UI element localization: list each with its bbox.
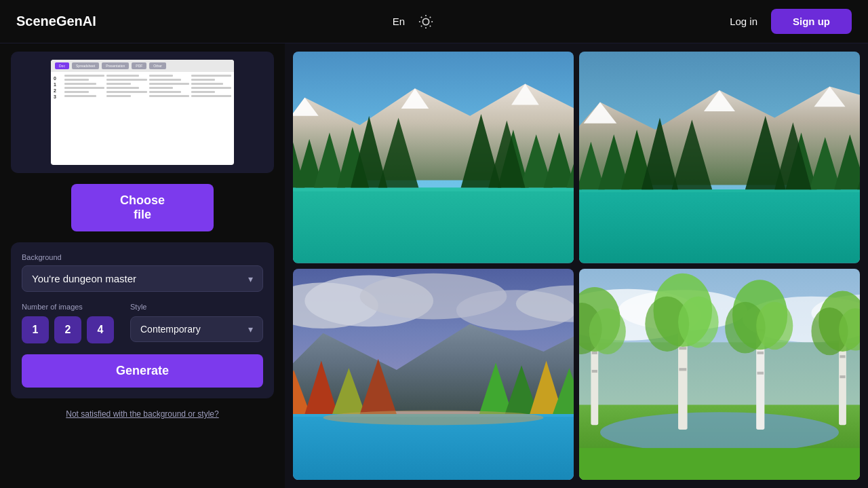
doc-tab-2: Spreadsheet [72, 62, 99, 69]
svg-rect-14 [293, 187, 574, 263]
doc-col-2 [106, 75, 146, 162]
feedback-link[interactable]: Not satisfied with the background or sty… [66, 409, 218, 419]
chevron-down-icon: ▾ [248, 324, 253, 335]
doc-row-numbers: 0 1 2 3 [54, 75, 62, 162]
doc-line [64, 75, 104, 77]
image-grid [285, 43, 868, 488]
generated-image-1 [293, 52, 574, 263]
generated-image-4 [579, 269, 860, 481]
background-label: Background [22, 253, 263, 261]
row-num-3: 3 [54, 94, 62, 99]
doc-tab-3: Presentation [102, 62, 129, 69]
header-right: Log in Sign up [730, 9, 852, 34]
choose-file-button[interactable]: Choose file [71, 184, 214, 231]
svg-line-8 [430, 16, 431, 17]
style-selected-value: Contemporary [140, 324, 201, 335]
doc-line [64, 95, 96, 97]
settings-panel: Background You're dungeon master ▾ Numbe… [11, 242, 274, 398]
style-group: Style Contemporary ▾ [130, 303, 263, 342]
svg-rect-15 [293, 187, 574, 191]
doc-line [191, 95, 231, 97]
svg-point-75 [600, 412, 839, 453]
svg-point-82 [589, 308, 626, 354]
doc-tab-1: Doc [55, 62, 69, 69]
doc-line [149, 91, 181, 93]
doc-line [149, 83, 189, 85]
svg-rect-85 [679, 347, 686, 350]
doc-columns [64, 75, 231, 162]
style-select[interactable]: Contemporary ▾ [130, 316, 263, 342]
generated-image-3 [293, 269, 574, 481]
doc-col-3 [149, 75, 189, 162]
doc-col-4 [191, 75, 231, 162]
doc-col-1 [64, 75, 104, 162]
num-btn-1[interactable]: 1 [22, 316, 49, 343]
controls-row: Number of images 1 2 4 Style Contemporar… [22, 303, 263, 343]
background-select[interactable]: You're dungeon master ▾ [22, 265, 263, 292]
doc-line [106, 83, 131, 85]
style-label: Style [130, 303, 263, 311]
document-preview: Doc Spreadsheet Presentation PDF Other 0… [11, 52, 274, 173]
generated-image-2 [579, 52, 860, 263]
language-button[interactable]: En [393, 16, 405, 27]
doc-line [64, 83, 96, 85]
row-num-2: 2 [54, 88, 62, 93]
header-center: En [393, 14, 433, 29]
doc-line [106, 75, 138, 77]
doc-line [149, 87, 174, 89]
doc-line [106, 87, 138, 89]
doc-body: 0 1 2 3 [51, 72, 234, 165]
row-num-1: 1 [54, 82, 62, 87]
theme-toggle-icon[interactable] [418, 14, 433, 29]
num-btn-2[interactable]: 2 [54, 316, 81, 343]
svg-rect-86 [679, 368, 686, 371]
svg-point-66 [323, 410, 543, 425]
svg-rect-99 [840, 355, 845, 358]
doc-line [191, 91, 216, 93]
svg-point-96 [756, 301, 793, 349]
doc-line [191, 87, 231, 89]
doc-line [106, 79, 146, 81]
svg-rect-78 [592, 351, 597, 354]
doc-tab-5: Other [149, 62, 166, 69]
svg-rect-34 [579, 189, 860, 192]
svg-rect-104 [579, 448, 860, 480]
svg-rect-92 [757, 351, 764, 354]
doc-line [106, 95, 131, 97]
svg-rect-33 [579, 189, 860, 263]
svg-rect-93 [757, 371, 764, 374]
signup-button[interactable]: Sign up [771, 9, 852, 34]
doc-line [191, 79, 216, 81]
doc-line [149, 95, 189, 97]
header: SceneGenAI En Log in Sign up [0, 0, 868, 43]
svg-line-7 [421, 25, 422, 26]
doc-line [191, 75, 231, 77]
chevron-down-icon: ▾ [248, 274, 253, 284]
logo: SceneGenAI [16, 14, 96, 29]
main-layout: Doc Spreadsheet Presentation PDF Other 0… [0, 43, 868, 488]
background-field: Background You're dungeon master ▾ [22, 253, 263, 292]
svg-point-89 [678, 296, 719, 348]
num-btn-4[interactable]: 4 [87, 316, 114, 343]
doc-line [149, 79, 181, 81]
doc-line [106, 91, 146, 93]
num-images-group: Number of images 1 2 4 [22, 303, 114, 343]
doc-tabs-row: Doc Spreadsheet Presentation PDF Other [51, 60, 234, 72]
generate-button[interactable]: Generate [22, 354, 263, 388]
doc-line [64, 91, 89, 93]
left-panel: Doc Spreadsheet Presentation PDF Other 0… [0, 43, 285, 488]
doc-line [191, 83, 223, 85]
doc-line [149, 75, 174, 77]
svg-rect-79 [592, 369, 597, 372]
doc-tab-4: PDF [132, 62, 146, 69]
svg-line-3 [421, 16, 422, 17]
svg-rect-100 [840, 375, 845, 378]
document-inner: Doc Spreadsheet Presentation PDF Other 0… [51, 60, 234, 165]
svg-line-4 [430, 25, 431, 26]
background-selected-value: You're dungeon master [32, 273, 136, 284]
num-images-label: Number of images [22, 303, 114, 311]
doc-line [64, 87, 104, 89]
login-button[interactable]: Log in [730, 16, 757, 27]
doc-line [64, 79, 89, 81]
num-images-buttons: 1 2 4 [22, 316, 114, 343]
